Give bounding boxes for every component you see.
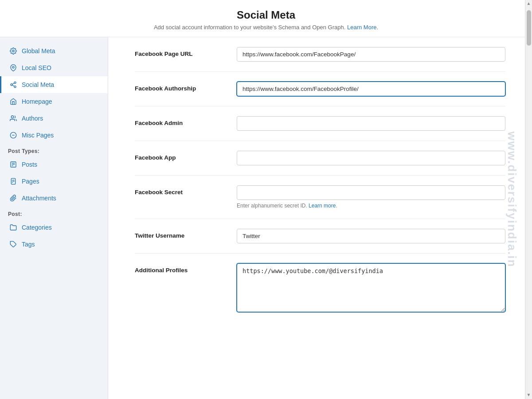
gear-icon bbox=[9, 47, 17, 55]
sidebar-label-tags: Tags bbox=[22, 241, 35, 248]
field-twitter-username bbox=[237, 229, 505, 243]
sidebar-item-categories[interactable]: Categories bbox=[0, 219, 108, 236]
misc-pages-icon bbox=[9, 131, 17, 139]
sidebar-label-pages: Pages bbox=[22, 178, 39, 185]
field-facebook-admin bbox=[237, 116, 505, 131]
svg-point-2 bbox=[14, 82, 16, 83]
sidebar-item-misc-pages[interactable]: Misc Pages bbox=[0, 127, 108, 144]
sidebar-item-local-seo[interactable]: Local SEO bbox=[0, 59, 108, 76]
categories-icon bbox=[9, 223, 17, 231]
sidebar-item-social-meta[interactable]: Social Meta bbox=[0, 76, 108, 93]
label-facebook-secret: Facebook Secret bbox=[135, 185, 223, 196]
sidebar-item-global-meta[interactable]: Global Meta bbox=[0, 43, 108, 59]
label-facebook-authorship: Facebook Authorship bbox=[135, 82, 223, 92]
form-row-facebook-admin: Facebook Admin bbox=[135, 106, 505, 141]
authors-icon bbox=[9, 114, 17, 122]
field-facebook-page-url bbox=[237, 47, 505, 62]
field-additional-profiles bbox=[237, 263, 505, 312]
field-facebook-authorship bbox=[237, 82, 505, 96]
sidebar-label-local-seo: Local SEO bbox=[22, 64, 51, 71]
input-facebook-page-url[interactable] bbox=[237, 47, 505, 62]
scrollbar[interactable]: ▲ ▼ bbox=[525, 0, 532, 399]
tags-icon bbox=[9, 240, 17, 248]
form-row-facebook-authorship: Facebook Authorship bbox=[135, 72, 505, 106]
svg-point-4 bbox=[14, 86, 16, 88]
page-header: Social Meta Add social account informati… bbox=[0, 0, 532, 37]
sidebar-label-authors: Authors bbox=[22, 115, 43, 122]
sidebar-label-homepage: Homepage bbox=[22, 98, 52, 105]
home-icon bbox=[9, 98, 17, 106]
input-facebook-admin[interactable] bbox=[237, 116, 505, 131]
sidebar-item-attachments[interactable]: Attachments bbox=[0, 190, 108, 207]
scroll-down-arrow[interactable]: ▼ bbox=[527, 392, 531, 397]
label-twitter-username: Twitter Username bbox=[135, 229, 223, 239]
pages-icon bbox=[9, 177, 17, 185]
input-facebook-authorship[interactable] bbox=[237, 82, 505, 96]
post-types-section-label: Post Types: bbox=[0, 144, 108, 156]
input-facebook-app[interactable] bbox=[237, 151, 505, 165]
sidebar-item-pages[interactable]: Pages bbox=[0, 173, 108, 190]
page-description: Add social account information to your w… bbox=[0, 24, 532, 31]
sidebar-item-tags[interactable]: Tags bbox=[0, 236, 108, 253]
form-row-additional-profiles: Additional Profiles bbox=[135, 254, 505, 322]
input-additional-profiles[interactable] bbox=[237, 263, 505, 312]
form-row-twitter-username: Twitter Username bbox=[135, 219, 505, 254]
social-meta-icon bbox=[9, 81, 17, 89]
scroll-up-arrow[interactable]: ▲ bbox=[527, 1, 531, 6]
learn-more-secret-link[interactable]: Learn more bbox=[309, 203, 336, 209]
sidebar-label-attachments: Attachments bbox=[22, 195, 56, 202]
svg-line-5 bbox=[12, 85, 15, 86]
sidebar-label-global-meta: Global Meta bbox=[22, 47, 55, 55]
form-row-facebook-secret: Facebook Secret Enter alphanumeric secre… bbox=[135, 176, 505, 219]
learn-more-header-link[interactable]: Learn More bbox=[347, 24, 376, 31]
posts-icon bbox=[9, 160, 17, 168]
field-facebook-app bbox=[237, 151, 505, 165]
form-section: Facebook Page URL Facebook Authorship Fa… bbox=[108, 37, 532, 322]
hint-facebook-secret: Enter alphanumeric secret ID. Learn more… bbox=[237, 203, 505, 209]
svg-point-0 bbox=[12, 50, 14, 52]
field-facebook-secret: Enter alphanumeric secret ID. Learn more… bbox=[237, 185, 505, 209]
svg-line-6 bbox=[12, 83, 15, 84]
sidebar: Global Meta Local SEO bbox=[0, 37, 108, 399]
label-facebook-admin: Facebook Admin bbox=[135, 116, 223, 126]
svg-point-3 bbox=[11, 84, 12, 86]
sidebar-label-misc-pages: Misc Pages bbox=[22, 132, 54, 139]
svg-point-7 bbox=[11, 116, 13, 118]
input-twitter-username[interactable] bbox=[237, 229, 505, 243]
sidebar-label-social-meta: Social Meta bbox=[22, 81, 54, 88]
content-area: Facebook Page URL Facebook Authorship Fa… bbox=[108, 37, 532, 399]
sidebar-item-authors[interactable]: Authors bbox=[0, 110, 108, 127]
label-additional-profiles: Additional Profiles bbox=[135, 263, 223, 274]
sidebar-label-categories: Categories bbox=[22, 224, 52, 231]
input-facebook-secret[interactable] bbox=[237, 185, 505, 200]
label-facebook-page-url: Facebook Page URL bbox=[135, 47, 223, 57]
label-facebook-app: Facebook App bbox=[135, 151, 223, 161]
form-row-facebook-app: Facebook App bbox=[135, 141, 505, 176]
page-title: Social Meta bbox=[0, 9, 532, 21]
form-row-facebook-page-url: Facebook Page URL bbox=[135, 37, 505, 72]
sidebar-item-homepage[interactable]: Homepage bbox=[0, 93, 108, 110]
location-icon bbox=[9, 64, 17, 72]
attachments-icon bbox=[9, 194, 17, 202]
svg-point-1 bbox=[12, 66, 14, 68]
post-section-label: Post: bbox=[0, 207, 108, 219]
sidebar-item-posts[interactable]: Posts bbox=[0, 156, 108, 173]
scrollbar-thumb[interactable] bbox=[527, 10, 531, 46]
sidebar-label-posts: Posts bbox=[22, 161, 37, 168]
